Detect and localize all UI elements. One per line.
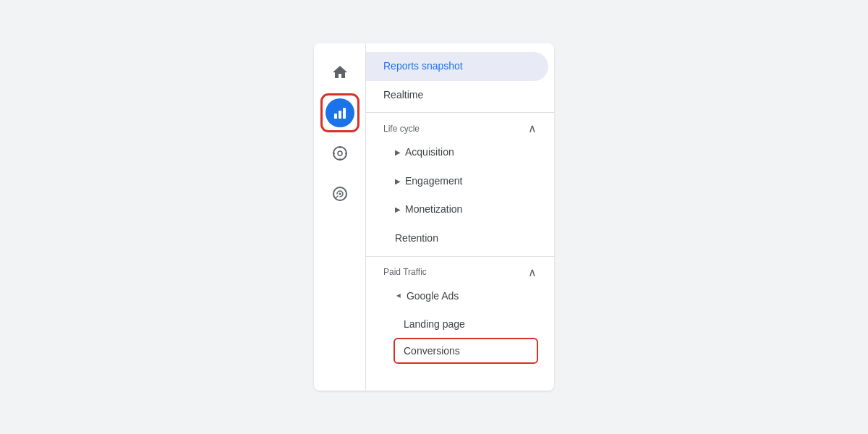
explore-icon-button[interactable]	[323, 136, 357, 171]
nav-item-retention[interactable]: Retention	[366, 224, 554, 253]
svg-rect-1	[339, 111, 341, 119]
divider-2	[366, 256, 554, 257]
nav-item-conversions[interactable]: Conversions	[395, 339, 537, 362]
paid-traffic-label: Paid Traffic	[383, 267, 427, 277]
reports-icon-circle	[326, 98, 354, 127]
nav-item-monetization[interactable]: ▶ Monetization	[366, 195, 554, 224]
landing-page-label: Landing page	[404, 318, 465, 332]
svg-rect-2	[343, 108, 346, 119]
monetization-label: Monetization	[405, 203, 462, 217]
lifecycle-label: Life cycle	[383, 124, 420, 134]
monetization-arrow-icon: ▶	[395, 205, 401, 215]
home-icon-button[interactable]	[323, 55, 357, 90]
nav-item-landing-page[interactable]: Landing page	[366, 310, 554, 339]
nav-item-reports-snapshot[interactable]: Reports snapshot	[366, 52, 548, 81]
conversions-label: Conversions	[404, 345, 460, 357]
nav-item-google-ads[interactable]: ▼ Google Ads	[366, 282, 554, 311]
svg-point-3	[333, 147, 346, 160]
advertising-icon	[331, 185, 349, 203]
realtime-label: Realtime	[383, 88, 423, 103]
svg-point-4	[338, 151, 342, 156]
nav-item-acquisition[interactable]: ▶ Acquisition	[366, 138, 554, 167]
svg-rect-0	[334, 114, 337, 119]
nav-panel: Reports snapshot Realtime Life cycle ∧ ▶…	[366, 43, 554, 391]
explore-icon	[331, 145, 349, 162]
acquisition-arrow-icon: ▶	[395, 148, 401, 158]
google-ads-label: Google Ads	[407, 289, 459, 304]
lifecycle-chevron-icon[interactable]: ∧	[528, 122, 537, 135]
reports-snapshot-label: Reports snapshot	[383, 59, 463, 74]
icon-sidebar	[314, 43, 366, 391]
advertising-icon-button[interactable]	[323, 176, 357, 211]
paid-traffic-section-header: Paid Traffic ∧	[366, 260, 554, 282]
nav-item-engagement[interactable]: ▶ Engagement	[366, 167, 554, 196]
reports-icon-button[interactable]	[323, 95, 357, 130]
google-ads-arrow-icon: ▼	[393, 292, 404, 299]
acquisition-label: Acquisition	[405, 145, 454, 160]
divider-1	[366, 112, 554, 113]
home-icon	[331, 64, 349, 81]
paid-traffic-chevron-icon[interactable]: ∧	[528, 265, 537, 279]
engagement-label: Engagement	[405, 174, 462, 189]
bar-chart-icon	[331, 104, 349, 122]
retention-label: Retention	[395, 231, 438, 246]
lifecycle-section-header: Life cycle ∧	[366, 116, 554, 138]
engagement-arrow-icon: ▶	[395, 176, 401, 187]
nav-item-realtime[interactable]: Realtime	[366, 81, 554, 110]
svg-point-6	[339, 193, 341, 195]
